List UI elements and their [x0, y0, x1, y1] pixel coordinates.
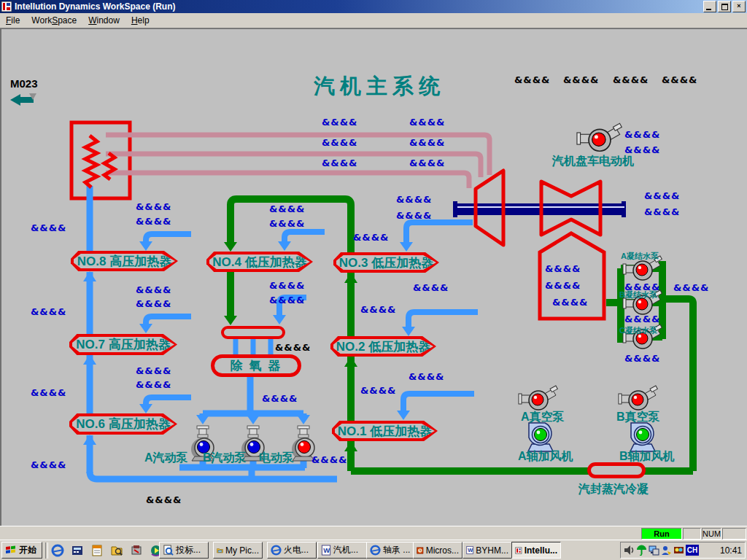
tag-value: &&&&	[413, 282, 449, 293]
tray-clock[interactable]: 10:41	[720, 545, 742, 556]
tag-value: &&&&	[360, 385, 396, 396]
heater-no7: NO.7 高压加热器	[69, 334, 177, 355]
gland-condenser-label: 汽封蒸汽冷凝	[578, 482, 649, 497]
quicklaunch-notes-icon[interactable]	[90, 544, 104, 557]
tag-value: &&&&	[360, 304, 396, 315]
input-language-badge[interactable]: CH	[686, 545, 699, 556]
tag-value: &&&&	[545, 263, 581, 274]
tag-value: &&&&	[673, 282, 709, 293]
start-button[interactable]: 开始	[1, 542, 42, 559]
tag-value: &&&&	[269, 218, 305, 229]
turning-motor-label: 汽机盘车电动机	[552, 154, 634, 169]
condensate-pump-a-label: A凝结水泵	[621, 251, 659, 262]
tag-value: &&&&	[644, 190, 680, 201]
tag-value: &&&&	[613, 74, 649, 85]
quicklaunch-calculator-icon[interactable]	[71, 544, 84, 557]
taskbar-button-4[interactable]: W汽机...	[317, 542, 367, 559]
svg-text:W: W	[323, 547, 330, 554]
quicklaunch-search-icon[interactable]	[110, 544, 123, 557]
tag-value: &&&&	[552, 297, 588, 308]
windows-logo-icon	[5, 545, 17, 556]
tag-value: &&&&	[409, 158, 445, 168]
deaerator-vessel: 除 氧 器	[211, 354, 301, 377]
tag-value: &&&&	[262, 393, 298, 404]
desktop: M023 汽机主系统 NO.8 高压加热器 NO.7 高压加热器 NO.6 高压…	[0, 0, 747, 560]
heater-no1: NO.1 低压加热器	[332, 421, 438, 441]
tag-value: &&&&	[514, 74, 550, 85]
tag-value: &&&&	[396, 194, 432, 205]
tag-value: &&&&	[136, 379, 171, 390]
tag-value: &&&&	[644, 206, 680, 217]
tag-value: &&&&	[624, 281, 660, 292]
taskbar-button-5[interactable]: 轴承 ...	[366, 542, 416, 559]
num-lock-indicator: NUM	[702, 528, 721, 540]
minimize-button[interactable]	[703, 1, 716, 12]
status-bar: Run NUM	[0, 526, 747, 540]
tag-value: &&&&	[322, 137, 357, 148]
tag-value: &&&&	[136, 216, 171, 227]
tag-value: &&&&	[563, 74, 599, 85]
shaft-fan-a-label: A轴加风机	[518, 449, 573, 464]
tag-value: &&&&	[136, 365, 171, 376]
taskbar-button-2[interactable]: My Pic...	[213, 542, 263, 559]
tag-value: &&&&	[136, 201, 171, 212]
tag-value: &&&&	[409, 137, 445, 148]
antivirus-umbrella-icon[interactable]	[636, 545, 647, 556]
title-bar: Intellution Dynamics WorkSpace (Run) ×	[0, 0, 747, 13]
tag-value: &&&&	[136, 298, 171, 309]
tag-value: &&&&	[31, 306, 66, 317]
quicklaunch-paint-icon[interactable]	[130, 544, 143, 557]
heater-no2: NO.2 低压加热器	[330, 336, 436, 357]
feed-pump-a-label: A汽动泵	[144, 451, 188, 466]
tag-value: &&&&	[269, 295, 305, 306]
system-tray: CH 10:41	[620, 542, 746, 559]
restore-button[interactable]	[718, 1, 731, 12]
vacuum-pump-a-label: A真空泵	[521, 410, 565, 425]
heater-no6: NO.6 高压加热器	[69, 413, 177, 435]
tag-value: &&&&	[545, 280, 581, 291]
menu-window[interactable]: Window	[82, 14, 125, 27]
close-button[interactable]: ×	[732, 1, 746, 12]
tag-value: &&&&	[311, 454, 347, 465]
page-title: 汽机主系统	[314, 72, 445, 101]
tag-value: &&&&	[396, 210, 432, 221]
user-session-icon[interactable]	[661, 545, 672, 556]
tag-value: &&&&	[353, 232, 389, 243]
tag-value: &&&&	[322, 158, 357, 168]
tag-value: &&&&	[624, 129, 660, 140]
taskbar-button-3[interactable]: 火电...	[267, 542, 317, 559]
tag-value: &&&&	[136, 284, 171, 295]
taskbar-button-8[interactable]: Intellu...	[511, 542, 561, 559]
tag-value: &&&&	[624, 314, 660, 324]
ime-palette-icon[interactable]	[673, 545, 684, 556]
tag-value: &&&&	[269, 280, 305, 291]
taskbar-button-1[interactable]: 投标...	[159, 542, 209, 559]
menu-file[interactable]: File	[0, 14, 26, 27]
heater-no4: NO.4 低压加热器	[206, 252, 313, 272]
tag-value: &&&&	[322, 117, 357, 128]
tag-value: &&&&	[31, 387, 66, 398]
tag-value: &&&&	[269, 203, 305, 214]
menu-workspace[interactable]: WorkSpace	[26, 14, 82, 27]
quicklaunch-ie-icon[interactable]	[51, 544, 64, 557]
tag-value: &&&&	[662, 74, 697, 85]
gland-condenser-vessel	[587, 462, 646, 478]
tag-value: &&&&	[31, 222, 66, 233]
status-panel-blank2	[722, 528, 746, 540]
network-icon[interactable]	[649, 545, 659, 556]
condensate-pump-c-label: C凝结水泵	[619, 325, 657, 336]
deaerator-header	[221, 326, 285, 339]
heater-no8: NO.8 高压加热器	[71, 251, 178, 271]
tag-value: &&&&	[624, 144, 660, 155]
menu-bar: FileWorkSpaceWindowHelp	[0, 13, 747, 28]
tag-value: &&&&	[146, 494, 182, 505]
taskbar-button-7[interactable]: WBYHM...	[462, 542, 512, 559]
motor-pump-label: 电动泵	[259, 451, 294, 466]
menu-help[interactable]: Help	[125, 14, 155, 27]
taskbar-button-6[interactable]: Micros...	[413, 542, 462, 559]
screen-id-label: M023	[10, 77, 38, 90]
tag-value: &&&&	[624, 353, 660, 364]
vacuum-pump-b-label: B真空泵	[616, 410, 660, 425]
run-mode-indicator: Run	[641, 528, 682, 540]
volume-icon[interactable]	[624, 545, 635, 556]
